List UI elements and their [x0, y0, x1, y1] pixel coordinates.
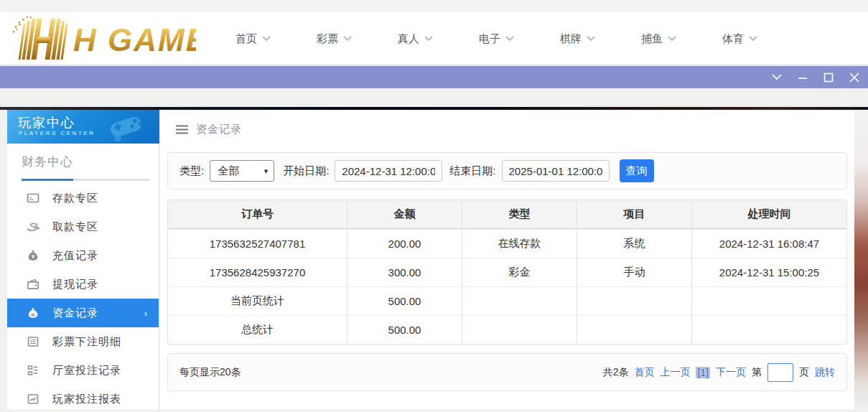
chevron-down-icon [343, 36, 352, 42]
withdraw-hand-icon [26, 220, 40, 234]
sidebar-item-recharge-record[interactable]: ¥ 充值记录 [7, 241, 159, 270]
start-date-input[interactable] [335, 160, 442, 182]
col-header-amount: 金额 [347, 200, 462, 228]
wallet-icon [26, 277, 40, 291]
col-header-process-time: 处理时间 [691, 200, 846, 228]
cell-order-no: 1735628425937270 [168, 258, 347, 286]
next-page-link[interactable]: 下一页 [716, 366, 746, 379]
end-date-label: 结束日期: [449, 164, 495, 178]
first-page-link[interactable]: 首页 [634, 366, 654, 379]
cell-order-no: 1735632527407781 [168, 230, 347, 258]
cell-empty [462, 287, 577, 315]
stylized-h-bars [9, 17, 69, 60]
cell-label: 总统计 [168, 316, 347, 344]
org-list-icon [26, 363, 40, 378]
gray-band [0, 88, 868, 107]
window-chevron-down-icon[interactable] [769, 70, 785, 85]
chevron-down-icon [262, 36, 271, 42]
nav-item-sports[interactable]: 体育 [722, 32, 757, 46]
select-chevron-down-icon: ▾ [264, 167, 269, 176]
start-date-label: 开始日期: [283, 164, 329, 178]
sidebar: 玩家中心 PLAYERS CENTER 财务中心 存款专区 取款专区 ¥ 充值记… [7, 110, 159, 409]
sidebar-item-hall-bet-record[interactable]: 厅室投注记录 [7, 356, 159, 385]
report-chart-icon [26, 392, 40, 406]
cell-empty [691, 287, 846, 315]
cell-process-time: 2024-12-31 15:00:25 [691, 258, 846, 286]
active-chevron-right-icon: › [144, 308, 147, 319]
sidebar-item-player-bet-report[interactable]: 玩家投注报表 [7, 385, 159, 412]
hh-game-logo: H GAME [6, 17, 196, 64]
sidebar-item-deposit-zone[interactable]: 存款专区 [7, 184, 159, 212]
top-strip [0, 0, 868, 12]
nav-item-slots[interactable]: 电子 [479, 32, 514, 46]
nav-item-lottery[interactable]: 彩票 [317, 32, 352, 46]
sidebar-item-lottery-bet-detail[interactable]: 彩票下注明细 [7, 327, 159, 356]
deposit-terminal-icon [26, 191, 40, 205]
nav-item-fishing[interactable]: 捕鱼 [641, 32, 676, 46]
type-label: 类型: [179, 164, 204, 178]
page-number-input[interactable] [767, 363, 793, 382]
logo-text: H GAME [73, 22, 196, 57]
chevron-down-icon [749, 36, 757, 42]
col-header-order-no: 订单号 [168, 200, 347, 228]
document-icon [26, 334, 40, 349]
page-label-post: 页 [799, 366, 809, 379]
pagination-bar: 每页显示20条 共2条 首页 上一页 [1] 下一页 第 页 跳转 [167, 353, 847, 391]
window-minimize-icon[interactable] [795, 70, 811, 85]
sidebar-item-funds-record[interactable]: 资金记录 › [7, 299, 159, 327]
funds-icon [26, 306, 40, 320]
table-header-row: 订单号 金额 类型 项目 处理时间 [168, 200, 846, 229]
sidebar-item-withdraw-zone[interactable]: 取款专区 [7, 212, 159, 241]
page-label-pre: 第 [752, 366, 762, 379]
players-center-banner: 玩家中心 PLAYERS CENTER [7, 110, 159, 144]
cell-item: 系统 [577, 230, 691, 258]
table-row: 1735628425937270 300.00 彩金 手动 2024-12-31… [168, 258, 846, 286]
moneybag-icon: ¥ [26, 248, 40, 263]
cell-item: 手动 [577, 258, 691, 286]
table-row: 1735632527407781 200.00 在线存款 系统 2024-12-… [168, 229, 846, 258]
funds-table: 订单号 金额 类型 项目 处理时间 1735632527407781 200.0… [167, 200, 847, 345]
per-page-info: 每页显示20条 [179, 366, 241, 379]
cell-empty [691, 316, 846, 344]
cell-process-time: 2024-12-31 16:08:47 [691, 230, 846, 258]
cell-amount: 500.00 [347, 316, 462, 344]
chevron-down-icon [505, 36, 514, 42]
prev-page-link[interactable]: 上一页 [660, 366, 690, 379]
nav-item-live[interactable]: 真人 [398, 32, 433, 46]
cell-type: 在线存款 [462, 230, 577, 258]
sidebar-menu: 存款专区 取款专区 ¥ 充值记录 提现记录 资金记录 › 彩票下注明细 厅室投注… [7, 184, 159, 412]
type-select[interactable]: 全部 ▾ [210, 160, 274, 182]
players-center-title: 玩家中心 [18, 114, 75, 131]
chevron-down-icon [587, 36, 595, 42]
current-page-indicator: [1] [696, 367, 710, 378]
sidebar-item-withdrawal-record[interactable]: 提现记录 [7, 270, 159, 299]
cell-type: 彩金 [462, 258, 577, 286]
cell-amount: 200.00 [347, 230, 462, 258]
bottom-strip [0, 409, 868, 412]
table-row-grand-total: 总统计 500.00 [168, 315, 846, 344]
hamburger-menu-icon[interactable] [176, 125, 188, 134]
jump-link[interactable]: 跳转 [815, 366, 835, 379]
section-underline [22, 179, 150, 181]
window-close-icon[interactable] [846, 70, 862, 85]
finance-center-heading: 财务中心 [22, 154, 150, 170]
query-button[interactable]: 查询 [620, 159, 654, 182]
cell-empty [577, 316, 691, 344]
page-title: 资金记录 [196, 123, 242, 136]
site-header: H GAME 首页 彩票 真人 电子 棋牌 捕鱼 体育 [0, 12, 868, 65]
window-maximize-icon[interactable] [821, 70, 836, 85]
filter-bar: 类型: 全部 ▾ 开始日期: 结束日期: 查询 [167, 152, 847, 189]
col-header-type: 类型 [462, 200, 577, 228]
end-date-input[interactable] [502, 160, 610, 182]
cell-amount: 300.00 [347, 258, 462, 286]
cell-label: 当前页统计 [168, 287, 347, 315]
chevron-down-icon [668, 36, 676, 42]
nav-item-boardgames[interactable]: 棋牌 [560, 32, 595, 46]
table-row-page-total: 当前页统计 500.00 [168, 286, 846, 315]
cell-amount: 500.00 [347, 287, 462, 315]
total-count: 共2条 [603, 366, 629, 379]
cell-empty [462, 316, 577, 344]
col-header-item: 项目 [577, 200, 691, 228]
nav-item-home[interactable]: 首页 [235, 32, 271, 46]
main-nav: 首页 彩票 真人 电子 棋牌 捕鱼 体育 [235, 12, 757, 65]
